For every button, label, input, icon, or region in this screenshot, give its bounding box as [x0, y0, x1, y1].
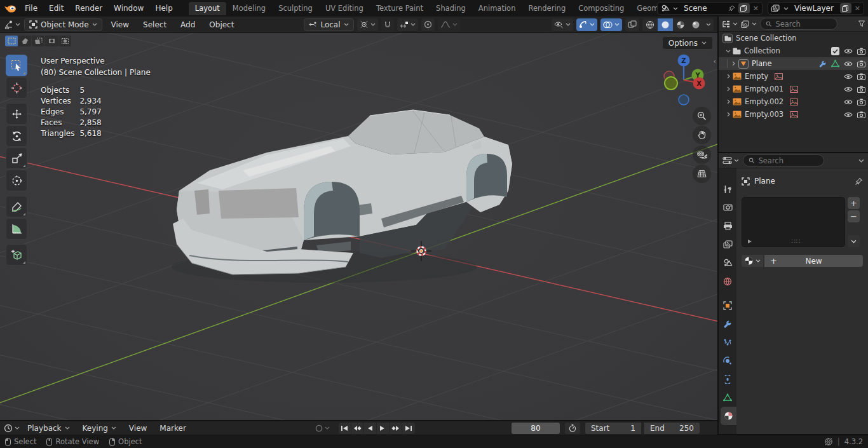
eye-icon[interactable]	[844, 60, 853, 67]
tab-rendering[interactable]: Rendering	[522, 2, 572, 15]
outliner-row-empty-001[interactable]: Empty.001	[719, 83, 868, 95]
new-material-button[interactable]: + New	[764, 255, 863, 267]
expand-icon[interactable]	[724, 112, 733, 117]
pivot-point-selector[interactable]	[357, 18, 378, 31]
collection-checkbox[interactable]	[831, 47, 839, 55]
camera-view-button[interactable]	[693, 146, 711, 164]
remove-slot-button[interactable]: −	[848, 210, 860, 222]
properties-options-dropdown[interactable]	[858, 159, 864, 163]
scene-name[interactable]: Scene	[681, 4, 725, 13]
unlink-scene-icon[interactable]: ✕	[753, 4, 759, 13]
navigation-gizmo[interactable]: Z Y X	[658, 53, 713, 108]
expand-icon[interactable]	[724, 74, 733, 79]
eye-icon[interactable]	[844, 98, 853, 105]
perspective-ortho-button[interactable]	[693, 165, 711, 183]
menu-add[interactable]: Add	[175, 20, 200, 29]
pan-button[interactable]	[693, 126, 711, 144]
axis-neg-z-ball[interactable]	[679, 95, 689, 105]
menu-select[interactable]: Select	[138, 20, 172, 29]
network-offline-icon[interactable]	[824, 437, 833, 446]
menu-window[interactable]: Window	[108, 4, 149, 13]
tab-tool[interactable]	[719, 180, 736, 198]
auto-keying-toggle[interactable]	[315, 424, 330, 433]
tab-modeling[interactable]: Modeling	[226, 2, 272, 15]
axis-neg-y-ball[interactable]	[665, 77, 677, 90]
mode-selector[interactable]: Object Mode	[24, 18, 102, 31]
collapse-icon[interactable]	[724, 50, 733, 53]
tab-uv-editing[interactable]: UV Editing	[319, 2, 370, 15]
expand-icon[interactable]	[729, 61, 738, 66]
slot-specials-button[interactable]	[848, 235, 860, 247]
outliner-display-mode-button[interactable]	[741, 20, 757, 28]
modifier-wrench-icon[interactable]	[818, 60, 827, 68]
menu-keying[interactable]: Keying	[78, 424, 121, 433]
gizmos-toggle[interactable]	[576, 18, 597, 31]
select-subtract-button[interactable]	[32, 36, 44, 46]
browse-material-button[interactable]	[742, 255, 763, 267]
tool-add-cube[interactable]	[6, 244, 27, 266]
object-visibility-selector[interactable]	[552, 18, 573, 31]
new-scene-icon[interactable]	[738, 3, 750, 13]
proportional-editing-toggle[interactable]	[421, 18, 435, 31]
outliner-row-collection[interactable]: Collection	[719, 44, 868, 57]
options-button[interactable]: Options	[662, 36, 713, 50]
tool-select-box[interactable]	[6, 55, 27, 76]
camera-icon[interactable]	[857, 73, 865, 80]
menu-playback[interactable]: Playback	[22, 424, 75, 433]
material-slot-list[interactable]: ∷∷	[742, 197, 845, 247]
menu-timeline-view[interactable]: View	[124, 424, 152, 433]
outliner-row-empty-003[interactable]: Empty.003	[719, 108, 868, 121]
snap-target-selector[interactable]	[397, 18, 418, 31]
snap-toggle[interactable]	[381, 18, 394, 31]
eye-icon[interactable]	[844, 86, 853, 93]
select-invert-button[interactable]	[45, 36, 58, 46]
prev-keyframe-button[interactable]	[351, 423, 364, 434]
resize-grip-icon[interactable]: ∷∷	[752, 238, 839, 245]
blender-logo-icon[interactable]	[4, 4, 17, 13]
shading-dropdown[interactable]	[703, 18, 714, 31]
outliner-row-empty-002[interactable]: Empty.002	[719, 95, 868, 108]
tab-physics[interactable]	[719, 351, 736, 370]
tab-render[interactable]	[719, 198, 736, 217]
jump-to-start-button[interactable]	[339, 423, 351, 434]
tab-object[interactable]	[719, 296, 736, 315]
sidebar-collapse-arrow[interactable]: ‹	[714, 57, 716, 65]
menu-object[interactable]: Object	[204, 20, 239, 29]
play-button[interactable]	[377, 423, 390, 434]
menu-render[interactable]: Render	[69, 4, 108, 13]
tab-texture-paint[interactable]: Texture Paint	[370, 2, 430, 15]
timeline-editor-type-button[interactable]	[4, 424, 20, 433]
viewport-canvas[interactable]: User Perspective (80) Scene Collection |…	[0, 33, 717, 420]
editor-type-button[interactable]	[4, 20, 20, 29]
tab-shading[interactable]: Shading	[430, 2, 472, 15]
tab-geometry-nodes[interactable]: Geometry Node	[630, 2, 657, 15]
properties-search[interactable]	[743, 154, 824, 166]
tool-cursor[interactable]	[6, 77, 27, 98]
eye-icon[interactable]	[844, 48, 853, 55]
shading-wireframe-button[interactable]	[642, 18, 658, 31]
camera-icon[interactable]	[857, 86, 865, 93]
current-frame-field[interactable]: 80	[512, 423, 560, 434]
filter-icon[interactable]	[858, 20, 865, 27]
camera-icon[interactable]	[857, 111, 865, 118]
breadcrumb-object-name[interactable]: Plane	[754, 177, 775, 186]
overlays-toggle[interactable]	[600, 18, 622, 31]
tool-move[interactable]	[6, 103, 27, 125]
slot-expand-icon[interactable]	[747, 239, 752, 244]
tool-scale[interactable]	[6, 147, 27, 169]
frame-end-field[interactable]: End 250	[644, 423, 700, 434]
mesh-data-icon[interactable]	[831, 60, 839, 67]
tool-rotate[interactable]	[6, 125, 27, 147]
menu-help[interactable]: Help	[149, 4, 178, 13]
tool-measure[interactable]	[6, 218, 27, 240]
tab-animation[interactable]: Animation	[472, 2, 522, 15]
transform-orientation-selector[interactable]: Local	[304, 18, 353, 31]
view-layer-name[interactable]: ViewLayer	[792, 4, 837, 13]
pin-icon[interactable]	[728, 5, 735, 12]
play-reverse-button[interactable]	[364, 423, 377, 434]
view-layer-selector[interactable]: ViewLayer ✕	[768, 2, 864, 15]
properties-search-input[interactable]	[758, 156, 818, 165]
expand-icon[interactable]	[724, 99, 733, 104]
expand-icon[interactable]	[724, 86, 733, 92]
tab-object-data[interactable]	[719, 388, 736, 407]
